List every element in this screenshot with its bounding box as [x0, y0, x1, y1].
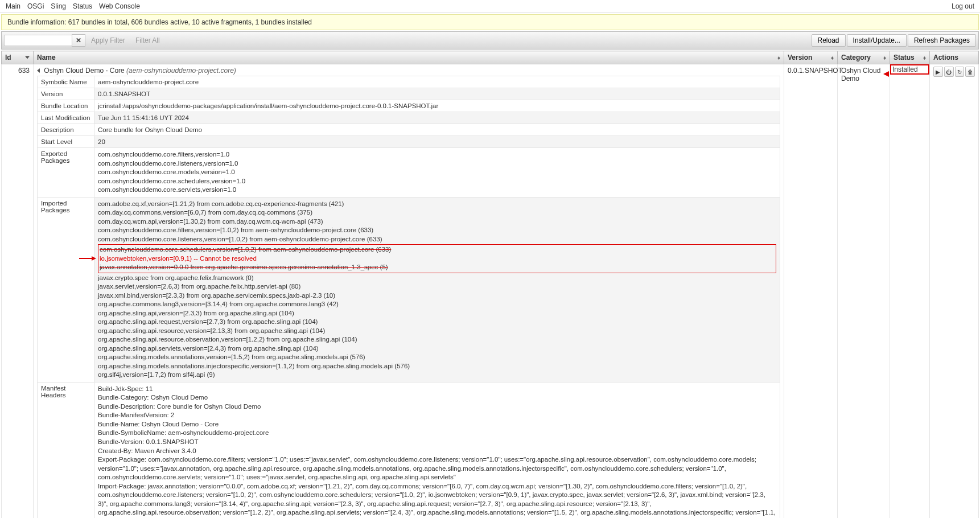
annotation-arrow-icon	[883, 71, 889, 77]
package-line: com.oshynclouddemo.core.filters,version=…	[98, 226, 776, 235]
bundle-symbolic-inline: (aem-oshynclouddemo-project.core)	[126, 67, 236, 75]
stop-button[interactable]: ⏻	[944, 67, 954, 77]
detail-value: aem-oshynclouddemo-project.core	[94, 76, 780, 88]
col-version[interactable]: Version♦	[784, 51, 838, 64]
manifest-line: Bundle-ManifestVersion: 2	[98, 411, 776, 420]
clear-filter-button[interactable]: ✕	[72, 34, 85, 47]
logout-link[interactable]: Log out	[952, 2, 974, 10]
package-line: com.day.cq.wcm.api,version=[1.30,2) from…	[98, 217, 776, 227]
filter-input[interactable]	[4, 35, 72, 46]
package-line: org.apache.sling.api,version=[2.3,3) fro…	[98, 309, 776, 318]
package-line: com.adobe.cq.xf,version=[1.21,2) from co…	[98, 200, 776, 209]
package-line: org.apache.sling.models.annotations.inje…	[98, 362, 776, 371]
status-highlight-box: Installed	[890, 64, 929, 75]
col-id[interactable]: Id	[2, 51, 34, 64]
package-line: com.oshynclouddemo.core.listeners,versio…	[98, 235, 776, 244]
package-line: javax.servlet,version=[2.6,3) from org.a…	[98, 282, 776, 291]
col-name[interactable]: Name♦	[34, 51, 784, 64]
cell-version: 0.0.1.SNAPSHOT	[784, 64, 838, 519]
bundles-table: Id Name♦ Version♦ Category♦ Status♦ Acti…	[1, 51, 979, 518]
detail-label: Symbolic Name	[38, 76, 94, 88]
expand-toggle-icon[interactable]	[37, 68, 40, 73]
manifest-line: Bundle-Name: Oshyn Cloud Demo - Core	[98, 420, 776, 429]
detail-value: jcrinstall:/apps/oshynclouddemo-packages…	[94, 100, 780, 112]
toolbar: ✕ Apply Filter Filter All Reload Install…	[1, 31, 979, 50]
package-line: javax.xml.bind,version=[2.3,3) from org.…	[98, 291, 776, 301]
cell-actions: ▶ ⏻ ↻ 🗑	[930, 64, 979, 519]
sort-icon: ♦	[777, 55, 780, 61]
manifest-line: Bundle-Description: Core bundle for Oshy…	[98, 402, 776, 412]
cell-name: Oshyn Cloud Demo - Core (aem-oshyncloudd…	[34, 64, 784, 519]
package-line: com.oshynclouddemo.core.schedulers,versi…	[100, 245, 775, 254]
detail-label: Last Modification	[38, 112, 94, 124]
exported-packages-cell: com.oshynclouddemo.core.filters,version=…	[94, 148, 780, 198]
annotation-arrow-icon	[79, 258, 95, 259]
package-line: com.day.cq.commons,version=[6.0,7) from …	[98, 208, 776, 217]
nav-sling[interactable]: Sling	[51, 2, 66, 10]
apply-filter-link[interactable]: Apply Filter	[91, 36, 125, 44]
sort-icon: ♦	[923, 55, 926, 61]
unresolved-package-line: io.jsonwebtoken,version=[0.9,1) -- Canno…	[100, 254, 775, 264]
nav-web-console[interactable]: Web Console	[99, 2, 140, 10]
reload-button[interactable]: Reload	[812, 34, 846, 47]
package-line: org.apache.commons.lang3,version=[3.14,4…	[98, 300, 776, 309]
detail-label: Version	[38, 88, 94, 100]
cell-id: 633	[2, 64, 34, 519]
package-line: org.apache.sling.api.servlets,version=[2…	[98, 344, 776, 353]
install-update-button[interactable]: Install/Update...	[847, 34, 907, 47]
package-line: com.oshynclouddemo.core.models,version=1…	[98, 168, 776, 177]
detail-label: Imported Packages	[38, 197, 94, 382]
sort-icon: ♦	[831, 55, 834, 61]
manifest-line: Export-Package: com.oshynclouddemo.core.…	[98, 455, 776, 482]
package-line: com.oshynclouddemo.core.servlets,version…	[98, 186, 776, 195]
detail-label: Description	[38, 124, 94, 136]
package-line: org.apache.sling.api.resource,version=[2…	[98, 327, 776, 336]
manifest-line: Bundle-Version: 0.0.1.SNAPSHOT	[98, 438, 776, 447]
manifest-line: Import-Package: javax.annotation; versio…	[98, 482, 776, 518]
uninstall-button[interactable]: 🗑	[965, 67, 975, 77]
nav-status[interactable]: Status	[73, 2, 92, 10]
col-status[interactable]: Status♦	[890, 51, 930, 64]
detail-label: Exported Packages	[38, 148, 94, 198]
manifest-line: Bundle-Category: Oshyn Cloud Demo	[98, 393, 776, 402]
start-button[interactable]: ▶	[933, 67, 943, 77]
sort-desc-icon	[25, 56, 30, 59]
imported-packages-cell: com.adobe.cq.xf,version=[1.21,2) from co…	[94, 197, 780, 382]
package-line: javax.crypto.spec from org.apache.felix.…	[98, 274, 776, 283]
package-line: org.slf4j,version=[1.7,2) from slf4j.api…	[98, 371, 776, 380]
package-line: org.apache.sling.api.resource.observatio…	[98, 335, 776, 344]
detail-value: 0.0.1.SNAPSHOT	[94, 88, 780, 100]
error-highlight-box: com.oshynclouddemo.core.schedulers,versi…	[98, 244, 776, 273]
status-text: Installed	[892, 65, 918, 73]
manifest-headers-cell: Build-Jdk-Spec: 11Bundle-Category: Oshyn…	[94, 382, 780, 518]
detail-label: Bundle Location	[38, 100, 94, 112]
col-actions: Actions	[930, 51, 979, 64]
detail-label: Start Level	[38, 136, 94, 148]
nav-osgi[interactable]: OSGi	[27, 2, 44, 10]
table-row: 633 Oshyn Cloud Demo - Core (aem-oshyncl…	[2, 64, 979, 519]
manifest-line: Build-Jdk-Spec: 11	[98, 385, 776, 394]
col-category[interactable]: Category♦	[838, 51, 890, 64]
manifest-line: Bundle-SymbolicName: aem-oshynclouddemo-…	[98, 429, 776, 438]
cell-status: Installed	[890, 64, 930, 519]
detail-value: 20	[94, 136, 780, 148]
package-line: org.apache.sling.models.annotations,vers…	[98, 353, 776, 362]
bundle-info-bar: Bundle information: 617 bundles in total…	[1, 14, 979, 30]
cell-category: Oshyn Cloud Demo	[838, 64, 890, 519]
detail-value: Core bundle for Oshyn Cloud Demo	[94, 124, 780, 136]
nav-main[interactable]: Main	[6, 2, 20, 10]
bundle-details: Symbolic Nameaem-oshynclouddemo-project.…	[37, 76, 780, 518]
top-nav: Main OSGi Sling Status Web Console Log o…	[0, 0, 980, 13]
package-line: javax.annotation,version=0.0.0 from org.…	[100, 263, 775, 272]
sort-icon: ♦	[883, 55, 886, 61]
detail-value: Tue Jun 11 15:41:16 UYT 2024	[94, 112, 780, 124]
package-line: com.oshynclouddemo.core.filters,version=…	[98, 150, 776, 159]
package-line: com.oshynclouddemo.core.schedulers,versi…	[98, 177, 776, 186]
package-line: com.oshynclouddemo.core.listeners,versio…	[98, 159, 776, 168]
refresh-packages-button[interactable]: Refresh Packages	[908, 34, 976, 47]
detail-label: Manifest Headers	[38, 382, 94, 518]
package-line: org.apache.sling.api.request,version=[2.…	[98, 318, 776, 327]
refresh-button[interactable]: ↻	[955, 67, 965, 77]
filter-all-link[interactable]: Filter All	[135, 36, 160, 44]
bundle-name[interactable]: Oshyn Cloud Demo - Core	[44, 67, 124, 75]
